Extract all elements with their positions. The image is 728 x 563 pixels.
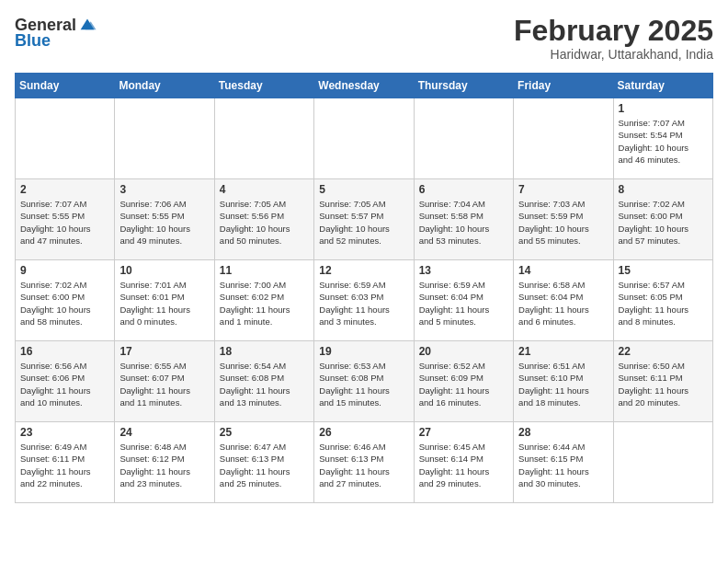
- table-row: [115, 98, 214, 179]
- day-number: 3: [119, 183, 209, 196]
- calendar-table: Sunday Monday Tuesday Wednesday Thursday…: [15, 73, 713, 503]
- table-row: 1Sunrise: 7:07 AM Sunset: 5:54 PM Daylig…: [613, 98, 712, 179]
- day-info: Sunrise: 6:48 AM Sunset: 6:12 PM Dayligh…: [119, 441, 209, 489]
- table-row: 2Sunrise: 7:07 AM Sunset: 5:55 PM Daylig…: [16, 179, 115, 260]
- day-number: 15: [619, 264, 708, 277]
- header-tuesday: Tuesday: [214, 74, 313, 98]
- table-row: 22Sunrise: 6:50 AM Sunset: 6:11 PM Dayli…: [613, 341, 712, 422]
- day-number: 19: [319, 345, 408, 358]
- day-info: Sunrise: 7:01 AM Sunset: 6:01 PM Dayligh…: [119, 279, 209, 327]
- day-number: 20: [419, 345, 508, 358]
- table-row: [16, 98, 115, 179]
- day-info: Sunrise: 6:49 AM Sunset: 6:11 PM Dayligh…: [20, 441, 109, 489]
- day-number: 17: [119, 345, 209, 358]
- day-number: 21: [518, 345, 608, 358]
- day-info: Sunrise: 6:45 AM Sunset: 6:14 PM Dayligh…: [419, 441, 508, 489]
- day-info: Sunrise: 6:46 AM Sunset: 6:13 PM Dayligh…: [319, 441, 408, 489]
- table-row: 10Sunrise: 7:01 AM Sunset: 6:01 PM Dayli…: [115, 260, 214, 341]
- day-info: Sunrise: 7:07 AM Sunset: 5:55 PM Dayligh…: [20, 198, 109, 247]
- table-row: 20Sunrise: 6:52 AM Sunset: 6:09 PM Dayli…: [414, 341, 513, 422]
- day-number: 26: [319, 426, 408, 439]
- table-row: 26Sunrise: 6:46 AM Sunset: 6:13 PM Dayli…: [314, 422, 414, 503]
- day-info: Sunrise: 7:03 AM Sunset: 5:59 PM Dayligh…: [518, 198, 608, 247]
- calendar-body: 1Sunrise: 7:07 AM Sunset: 5:54 PM Daylig…: [16, 98, 713, 503]
- header-monday: Monday: [115, 74, 214, 98]
- day-number: 11: [220, 264, 309, 277]
- table-row: 3Sunrise: 7:06 AM Sunset: 5:55 PM Daylig…: [115, 179, 214, 260]
- header-wednesday: Wednesday: [314, 74, 414, 98]
- day-info: Sunrise: 6:58 AM Sunset: 6:04 PM Dayligh…: [518, 279, 608, 327]
- location-title: Haridwar, Uttarakhand, India: [514, 47, 713, 62]
- table-row: 18Sunrise: 6:54 AM Sunset: 6:08 PM Dayli…: [214, 341, 313, 422]
- table-row: 13Sunrise: 6:59 AM Sunset: 6:04 PM Dayli…: [414, 260, 513, 341]
- header-thursday: Thursday: [414, 74, 513, 98]
- table-row: 15Sunrise: 6:57 AM Sunset: 6:05 PM Dayli…: [613, 260, 712, 341]
- day-info: Sunrise: 6:50 AM Sunset: 6:11 PM Dayligh…: [619, 360, 708, 408]
- table-row: 17Sunrise: 6:55 AM Sunset: 6:07 PM Dayli…: [115, 341, 214, 422]
- table-row: 7Sunrise: 7:03 AM Sunset: 5:59 PM Daylig…: [514, 179, 613, 260]
- day-info: Sunrise: 7:06 AM Sunset: 5:55 PM Dayligh…: [119, 198, 209, 247]
- day-number: 2: [20, 183, 109, 196]
- table-row: 25Sunrise: 6:47 AM Sunset: 6:13 PM Dayli…: [214, 422, 313, 503]
- day-number: 6: [419, 183, 508, 196]
- day-number: 23: [20, 426, 109, 439]
- day-info: Sunrise: 6:56 AM Sunset: 6:06 PM Dayligh…: [20, 360, 109, 408]
- day-info: Sunrise: 6:57 AM Sunset: 6:05 PM Dayligh…: [619, 279, 708, 327]
- logo-icon: [77, 15, 97, 35]
- header-sunday: Sunday: [16, 74, 115, 98]
- day-number: 1: [619, 102, 708, 115]
- day-info: Sunrise: 6:51 AM Sunset: 6:10 PM Dayligh…: [518, 360, 608, 408]
- day-info: Sunrise: 7:05 AM Sunset: 5:56 PM Dayligh…: [220, 198, 309, 247]
- title-block: February 2025 Haridwar, Uttarakhand, Ind…: [514, 15, 713, 62]
- day-number: 28: [518, 426, 608, 439]
- day-number: 27: [419, 426, 508, 439]
- day-info: Sunrise: 7:02 AM Sunset: 6:00 PM Dayligh…: [619, 198, 708, 247]
- day-info: Sunrise: 7:05 AM Sunset: 5:57 PM Dayligh…: [319, 198, 408, 247]
- day-info: Sunrise: 7:00 AM Sunset: 6:02 PM Dayligh…: [220, 279, 309, 327]
- logo-blue: Blue: [15, 31, 51, 51]
- day-number: 4: [220, 183, 309, 196]
- day-info: Sunrise: 6:55 AM Sunset: 6:07 PM Dayligh…: [119, 360, 209, 408]
- day-info: Sunrise: 7:02 AM Sunset: 6:00 PM Dayligh…: [20, 279, 109, 327]
- day-info: Sunrise: 6:59 AM Sunset: 6:04 PM Dayligh…: [419, 279, 508, 327]
- table-row: 6Sunrise: 7:04 AM Sunset: 5:58 PM Daylig…: [414, 179, 513, 260]
- day-info: Sunrise: 6:54 AM Sunset: 6:08 PM Dayligh…: [220, 360, 309, 408]
- table-row: 19Sunrise: 6:53 AM Sunset: 6:08 PM Dayli…: [314, 341, 414, 422]
- day-info: Sunrise: 6:53 AM Sunset: 6:08 PM Dayligh…: [319, 360, 408, 408]
- day-number: 14: [518, 264, 608, 277]
- table-row: 28Sunrise: 6:44 AM Sunset: 6:15 PM Dayli…: [514, 422, 613, 503]
- day-info: Sunrise: 6:52 AM Sunset: 6:09 PM Dayligh…: [419, 360, 508, 408]
- day-number: 5: [319, 183, 408, 196]
- table-row: 11Sunrise: 7:00 AM Sunset: 6:02 PM Dayli…: [214, 260, 313, 341]
- day-info: Sunrise: 7:04 AM Sunset: 5:58 PM Dayligh…: [419, 198, 508, 247]
- day-info: Sunrise: 7:07 AM Sunset: 5:54 PM Dayligh…: [619, 117, 708, 166]
- table-row: 12Sunrise: 6:59 AM Sunset: 6:03 PM Dayli…: [314, 260, 414, 341]
- calendar-header: Sunday Monday Tuesday Wednesday Thursday…: [16, 74, 713, 98]
- table-row: [514, 98, 613, 179]
- day-number: 13: [419, 264, 508, 277]
- table-row: 21Sunrise: 6:51 AM Sunset: 6:10 PM Dayli…: [514, 341, 613, 422]
- day-number: 12: [319, 264, 408, 277]
- day-number: 22: [619, 345, 708, 358]
- table-row: 5Sunrise: 7:05 AM Sunset: 5:57 PM Daylig…: [314, 179, 414, 260]
- day-number: 10: [119, 264, 209, 277]
- day-number: 16: [20, 345, 109, 358]
- day-info: Sunrise: 6:47 AM Sunset: 6:13 PM Dayligh…: [220, 441, 309, 489]
- header-saturday: Saturday: [613, 74, 712, 98]
- table-row: [613, 422, 712, 503]
- table-row: 4Sunrise: 7:05 AM Sunset: 5:56 PM Daylig…: [214, 179, 313, 260]
- day-number: 24: [119, 426, 209, 439]
- table-row: 23Sunrise: 6:49 AM Sunset: 6:11 PM Dayli…: [16, 422, 115, 503]
- month-title: February 2025: [514, 15, 713, 47]
- table-row: [214, 98, 313, 179]
- day-info: Sunrise: 6:59 AM Sunset: 6:03 PM Dayligh…: [319, 279, 408, 327]
- table-row: 8Sunrise: 7:02 AM Sunset: 6:00 PM Daylig…: [613, 179, 712, 260]
- table-row: 24Sunrise: 6:48 AM Sunset: 6:12 PM Dayli…: [115, 422, 214, 503]
- table-row: 27Sunrise: 6:45 AM Sunset: 6:14 PM Dayli…: [414, 422, 513, 503]
- day-number: 7: [518, 183, 608, 196]
- table-row: 16Sunrise: 6:56 AM Sunset: 6:06 PM Dayli…: [16, 341, 115, 422]
- table-row: 14Sunrise: 6:58 AM Sunset: 6:04 PM Dayli…: [514, 260, 613, 341]
- day-number: 9: [20, 264, 109, 277]
- table-row: [414, 98, 513, 179]
- day-number: 25: [220, 426, 309, 439]
